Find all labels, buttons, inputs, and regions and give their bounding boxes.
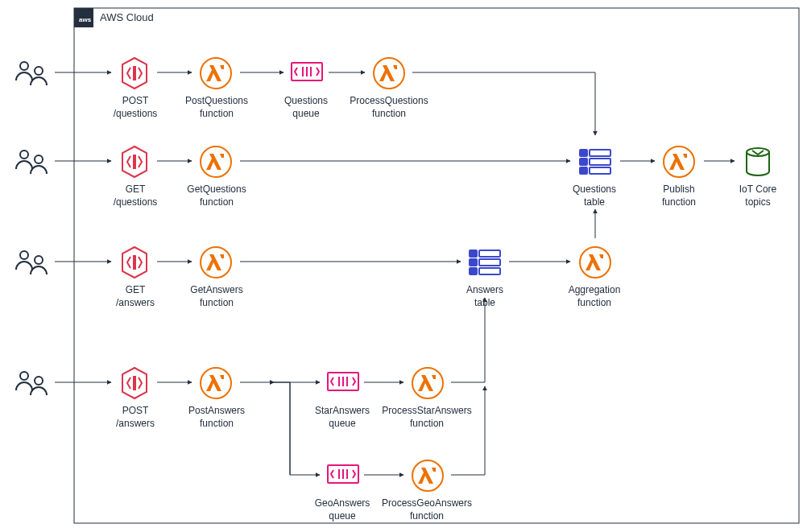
sqs-label: GeoAnswersqueue [310, 497, 375, 522]
api-gateway-icon [122, 146, 147, 177]
lambda-label: ProcessGeoAnswersfunction [379, 497, 475, 522]
api-label: POST/answers [107, 405, 163, 430]
lambda-icon [374, 58, 404, 89]
api-gateway-icon [122, 368, 147, 398]
api-label: POST/questions [107, 95, 163, 120]
table-label: Answerstable [457, 284, 513, 309]
lambda-label: PostQuestionsfunction [180, 95, 253, 120]
users-icon [16, 251, 47, 274]
sqs-label: Questionsqueue [278, 95, 334, 120]
users-icon [16, 62, 47, 85]
sqs-icon [328, 373, 358, 390]
lambda-icon [201, 247, 231, 278]
lambda-icon [412, 460, 443, 491]
lambda-label: ProcessStarAnswersfunction [379, 405, 475, 430]
table-label: Questionstable [566, 184, 623, 208]
sqs-icon [292, 63, 322, 80]
lambda-icon [201, 146, 231, 177]
users-icon [16, 151, 47, 174]
dynamodb-icon [580, 150, 610, 174]
api-gateway-icon [122, 247, 147, 278]
cloud-title: AWS Cloud [100, 11, 154, 23]
svg-rect-15 [74, 8, 799, 523]
iot-label: IoT Coretopics [730, 184, 786, 208]
lambda-icon [201, 368, 231, 398]
dynamodb-icon [470, 250, 500, 274]
lambda-icon [664, 146, 694, 177]
lambda-icon [580, 247, 610, 278]
sqs-label: StarAnswersqueue [310, 405, 375, 430]
users-icon [16, 372, 47, 395]
svg-text:aws: aws [79, 16, 92, 23]
lambda-label: GetQuestionsfunction [180, 184, 253, 208]
lambda-icon [412, 368, 443, 398]
lambda-label: PostAnswersfunction [180, 405, 253, 430]
iot-core-icon [747, 148, 769, 175]
lambda-label: ProcessQuestionsfunction [345, 95, 433, 120]
api-label: GET/answers [107, 284, 163, 309]
lambda-label: Aggregationfunction [562, 284, 627, 309]
sqs-icon [328, 465, 358, 483]
lambda-label: GetAnswersfunction [180, 284, 253, 309]
lambda-label: Publishfunction [651, 184, 707, 208]
api-gateway-icon [122, 58, 147, 89]
lambda-icon [201, 58, 231, 89]
api-label: GET/questions [107, 184, 163, 208]
